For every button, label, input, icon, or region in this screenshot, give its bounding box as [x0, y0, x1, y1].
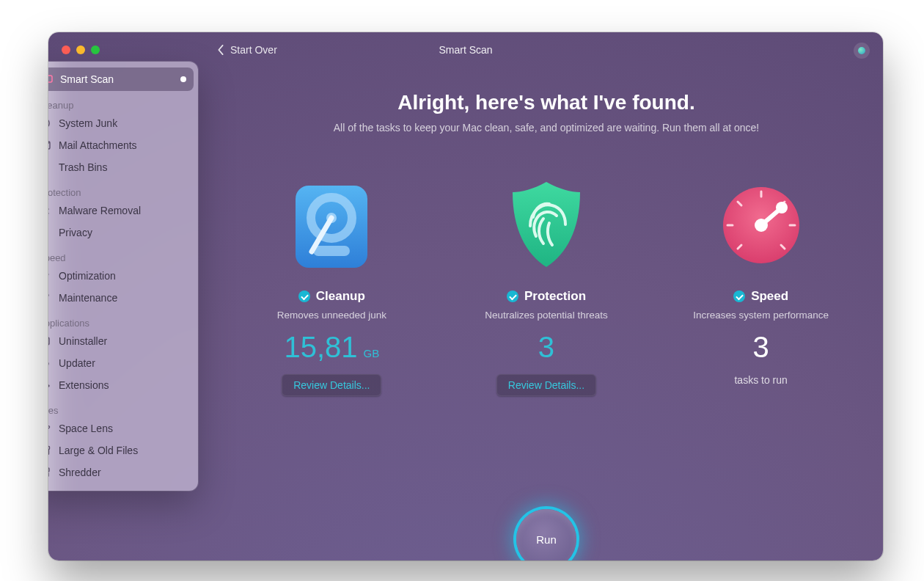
sidebar-section-protection: Protection: [48, 178, 198, 200]
scan-icon: [48, 73, 53, 86]
sidebar-item-malware-removal[interactable]: Malware Removal: [48, 200, 198, 222]
sidebar-item-space-lens[interactable]: Space Lens: [48, 417, 198, 439]
planet-icon: [48, 422, 51, 435]
sidebar-item-uninstaller[interactable]: Uninstaller: [48, 330, 198, 352]
card-title-row: Protection: [507, 289, 586, 304]
svg-point-7: [48, 274, 49, 276]
hand-icon: [48, 226, 51, 239]
card-value: 3: [753, 331, 769, 364]
sidebar-item-system-junk[interactable]: System Junk: [48, 112, 198, 134]
check-icon: [298, 290, 310, 302]
archive-icon: [48, 444, 51, 457]
result-cards: Cleanup Removes unneeded junk 15,81 GB R…: [210, 178, 883, 396]
value-number: 15,81: [284, 331, 357, 364]
sidebar-item-label: Privacy: [59, 227, 92, 238]
uninstall-icon: [48, 335, 51, 348]
main-content: Alright, here's what I've found. All of …: [210, 84, 883, 560]
svg-rect-13: [48, 468, 49, 472]
svg-point-20: [776, 202, 788, 213]
sidebar-item-label: Mail Attachments: [59, 139, 137, 151]
review-details-button[interactable]: Review Details...: [496, 374, 596, 396]
svg-rect-12: [48, 450, 49, 455]
sidebar-item-extensions[interactable]: Extensions: [48, 374, 198, 396]
sidebar-section-files: Files: [48, 396, 198, 417]
hard-drive-icon: [287, 178, 375, 273]
value-number: 3: [538, 331, 554, 364]
sidebar-item-smart-scan[interactable]: Smart Scan: [48, 67, 194, 91]
card-title: Protection: [524, 289, 586, 304]
card-title-row: Cleanup: [298, 289, 365, 304]
sidebar-item-optimization[interactable]: Optimization: [48, 265, 198, 287]
sidebar-item-privacy[interactable]: Privacy: [48, 222, 198, 244]
avatar-dot-icon: [858, 47, 865, 54]
back-button[interactable]: Start Over: [217, 44, 277, 56]
sidebar-item-label: Maintenance: [59, 292, 117, 304]
sidebar-item-trash-bins[interactable]: Trash Bins: [48, 156, 198, 178]
sidebar-item-label: Malware Removal: [59, 205, 141, 216]
back-label: Start Over: [230, 44, 277, 56]
sidebar-item-label: Shredder: [59, 467, 101, 478]
sidebar-item-label: System Junk: [59, 117, 117, 129]
sidebar-item-maintenance[interactable]: Maintenance: [48, 287, 198, 309]
svg-point-2: [48, 119, 49, 128]
sidebar-item-label: Trash Bins: [59, 161, 107, 173]
card-speed: Speed Increases system performance 3 tas…: [655, 178, 868, 396]
puzzle-icon: [48, 379, 51, 392]
sidebar-item-label: Optimization: [59, 270, 116, 282]
sidebar: Smart Scan Cleanup System Junk Mail Atta…: [48, 62, 198, 491]
refresh-icon: [48, 357, 51, 370]
sidebar-item-label: Extensions: [59, 379, 109, 391]
sidebar-item-label: Updater: [59, 357, 95, 369]
headline: Alright, here's what I've found.: [210, 91, 883, 114]
sidebar-item-shredder[interactable]: Shredder: [48, 461, 198, 483]
sliders-icon: [48, 269, 51, 282]
trash-icon: [48, 161, 51, 174]
run-button[interactable]: Run: [516, 509, 576, 560]
value-unit: GB: [364, 347, 380, 359]
card-desc: Increases system performance: [693, 310, 829, 321]
value-number: 3: [753, 331, 769, 364]
check-icon: [733, 290, 745, 302]
check-icon: [507, 290, 518, 302]
review-details-button[interactable]: Review Details...: [282, 374, 381, 396]
sidebar-item-mail-attachments[interactable]: Mail Attachments: [48, 134, 198, 156]
tasks-to-run-label: tasks to run: [734, 374, 787, 386]
sidebar-item-label: Large & Old Files: [59, 445, 138, 456]
app-window: Start Over Smart Scan Smart Scan Cleanup…: [48, 32, 883, 560]
sidebar-section-applications: Applications: [48, 309, 198, 330]
card-title-row: Speed: [733, 289, 788, 304]
svg-rect-8: [48, 337, 49, 345]
sidebar-item-updater[interactable]: Updater: [48, 352, 198, 374]
sidebar-section-speed: Speed: [48, 244, 198, 265]
run-button-wrap: Run: [516, 509, 576, 560]
subheadline: All of the tasks to keep your Mac clean,…: [210, 122, 883, 134]
sidebar-item-large-old-files[interactable]: Large & Old Files: [48, 439, 198, 461]
card-protection: Protection Neutralizes potential threats…: [440, 178, 653, 396]
svg-point-10: [48, 425, 50, 432]
svg-rect-11: [48, 447, 50, 450]
bug-icon: [48, 204, 51, 217]
card-title: Cleanup: [316, 289, 365, 304]
card-value: 3: [538, 331, 554, 364]
chevron-left-icon: [217, 45, 224, 55]
page-title: Smart Scan: [439, 44, 492, 56]
card-value: 15,81 GB: [284, 331, 379, 364]
shredder-icon: [48, 466, 51, 479]
svg-point-19: [755, 219, 768, 232]
sidebar-item-label: Space Lens: [59, 423, 113, 434]
account-avatar[interactable]: [854, 43, 870, 59]
card-desc: Removes unneeded junk: [277, 310, 386, 321]
svg-rect-0: [48, 76, 52, 82]
sidebar-section-cleanup: Cleanup: [48, 91, 198, 112]
sidebar-item-label: Smart Scan: [60, 73, 114, 85]
gauge-icon: [48, 117, 51, 130]
shield-fingerprint-icon: [502, 178, 590, 273]
speedometer-icon: [717, 178, 805, 273]
card-title: Speed: [751, 289, 788, 304]
card-cleanup: Cleanup Removes unneeded junk 15,81 GB R…: [225, 178, 438, 396]
svg-rect-17: [313, 246, 350, 256]
mail-icon: [48, 139, 51, 152]
wrench-icon: [48, 291, 51, 304]
sidebar-item-label: Uninstaller: [59, 335, 107, 347]
card-desc: Neutralizes potential threats: [485, 310, 607, 321]
